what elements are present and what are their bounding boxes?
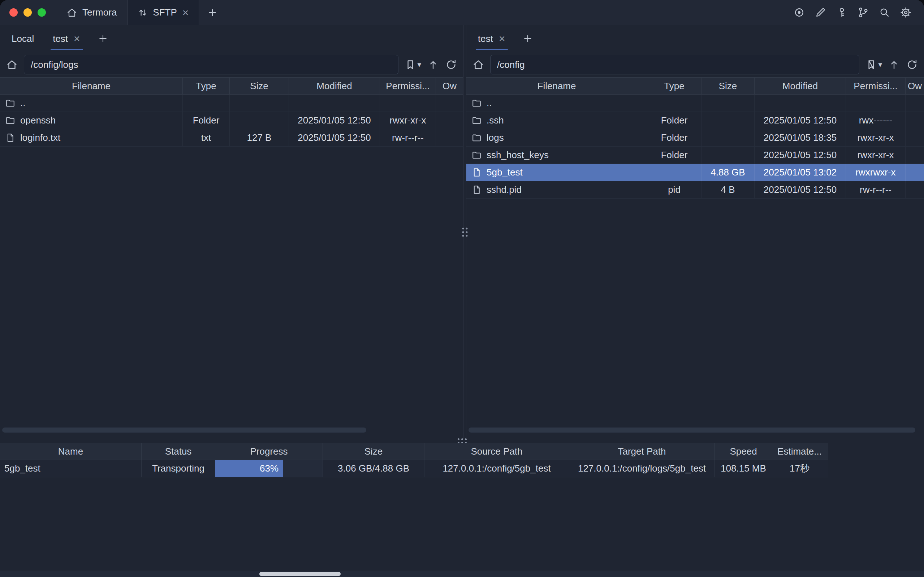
home-icon[interactable]	[6, 58, 18, 71]
left-file-table: Filename Type Size Modified Permissi... …	[0, 77, 463, 439]
file-name: loginfo.txt	[20, 132, 60, 143]
titlebar-actions	[793, 0, 924, 25]
home-icon[interactable]	[472, 58, 484, 71]
pane-tab-test-right-label: test	[478, 33, 493, 44]
pane-tab-test-left[interactable]: test ×	[44, 25, 90, 52]
right-new-session-button[interactable]	[515, 33, 540, 44]
column-header-size[interactable]: Size	[701, 77, 755, 94]
scrollbar-thumb[interactable]	[469, 427, 915, 433]
edit-icon[interactable]	[814, 6, 826, 18]
column-header-filename[interactable]: Filename	[466, 77, 647, 94]
column-header-modified[interactable]: Modified	[755, 77, 846, 94]
left-path-input[interactable]	[24, 55, 398, 74]
refresh-icon[interactable]	[445, 58, 457, 71]
file-row[interactable]: openssh Folder 2025/01/05 12:50 rwxr-xr-…	[0, 112, 463, 129]
right-path-input[interactable]	[490, 55, 859, 74]
zoom-window-button[interactable]	[37, 8, 46, 17]
app-window: Termora SFTP × Local t	[0, 0, 924, 577]
file-row[interactable]: loginfo.txt txt 127 B 2025/01/05 12:50 r…	[0, 129, 463, 147]
sftp-panes: Local test × ▾	[0, 25, 924, 439]
column-header-status[interactable]: Status	[142, 443, 215, 459]
transfer-panel-splitter[interactable]	[0, 439, 924, 443]
file-permissions: rwx------	[846, 112, 906, 129]
column-header-permissions[interactable]: Permissi...	[380, 77, 436, 94]
transfer-progress: 63%	[215, 460, 323, 477]
close-icon[interactable]: ×	[73, 33, 81, 44]
left-bookmark-button[interactable]: ▾	[404, 58, 421, 71]
branch-icon[interactable]	[857, 6, 869, 18]
file-modified: 2025/01/05 18:35	[755, 129, 846, 146]
left-new-session-button[interactable]	[90, 33, 116, 44]
file-row[interactable]: ssh_host_keys Folder 2025/01/05 12:50 rw…	[466, 147, 924, 164]
column-header-name[interactable]: Name	[0, 443, 142, 459]
file-type: Folder	[647, 112, 701, 129]
column-header-owner[interactable]: Ow	[436, 77, 463, 94]
right-pane-tabs: test ×	[466, 25, 924, 52]
file-row[interactable]: ..	[0, 95, 463, 112]
file-icon	[471, 167, 482, 178]
file-owner	[906, 147, 924, 164]
column-header-source-path[interactable]: Source Path	[424, 443, 569, 459]
column-header-type[interactable]: Type	[647, 77, 701, 94]
gear-icon[interactable]	[900, 6, 912, 18]
file-permissions: rwxr-xr-x	[846, 147, 906, 164]
right-file-table: Filename Type Size Modified Permissi... …	[466, 77, 924, 439]
file-row[interactable]: ..	[466, 95, 924, 112]
pane-tab-local[interactable]: Local	[2, 25, 44, 52]
file-name: logs	[487, 132, 504, 143]
column-header-modified[interactable]: Modified	[289, 77, 380, 94]
file-name: openssh	[20, 115, 56, 126]
column-header-target-path[interactable]: Target Path	[569, 443, 715, 459]
column-header-size[interactable]: Size	[323, 443, 424, 459]
search-icon[interactable]	[879, 6, 890, 18]
transfer-speed: 108.15 MB	[715, 460, 772, 477]
scrollbar-thumb[interactable]	[260, 572, 340, 576]
column-header-progress[interactable]: Progress	[215, 443, 323, 459]
file-owner	[436, 95, 463, 111]
column-header-estimate[interactable]: Estimate...	[772, 443, 827, 459]
folder-icon	[471, 150, 482, 160]
up-directory-icon[interactable]	[427, 58, 439, 71]
file-type	[647, 95, 701, 111]
bottom-scrollbar	[0, 571, 924, 577]
column-header-filename[interactable]: Filename	[0, 77, 183, 94]
file-size: 127 B	[230, 129, 289, 146]
left-horizontal-scrollbar	[2, 427, 460, 433]
column-header-speed[interactable]: Speed	[715, 443, 772, 459]
file-row[interactable]: logs Folder 2025/01/05 18:35 rwxr-xr-x	[466, 129, 924, 147]
new-tab-button[interactable]	[199, 0, 226, 25]
refresh-icon[interactable]	[906, 58, 918, 71]
tab-termora[interactable]: Termora	[55, 0, 127, 25]
pane-splitter[interactable]	[463, 25, 466, 439]
file-size	[701, 112, 755, 129]
close-window-button[interactable]	[10, 8, 18, 17]
file-row[interactable]: sshd.pid pid 4 B 2025/01/05 12:50 rw-r--…	[466, 181, 924, 198]
column-header-permissions[interactable]: Permissi...	[846, 77, 906, 94]
left-pane-tabs: Local test ×	[0, 25, 463, 52]
up-directory-icon[interactable]	[888, 58, 900, 71]
file-modified	[755, 95, 846, 111]
file-icon	[471, 184, 482, 195]
file-row[interactable]: .ssh Folder 2025/01/05 12:50 rwx------	[466, 112, 924, 129]
chevron-down-icon[interactable]: ▾	[417, 60, 421, 69]
pane-tab-test-right[interactable]: test ×	[469, 25, 515, 52]
file-size: 4.88 GB	[701, 164, 755, 181]
column-header-type[interactable]: Type	[183, 77, 230, 94]
right-bookmark-button[interactable]: ▾	[865, 58, 882, 71]
transfer-row[interactable]: 5gb_test Transporting 63% 3.06 GB/4.88 G…	[0, 460, 828, 477]
close-icon[interactable]: ×	[498, 33, 506, 44]
chevron-down-icon[interactable]: ▾	[878, 60, 882, 69]
file-name: 5gb_test	[487, 167, 523, 178]
record-icon[interactable]	[793, 6, 805, 18]
folder-icon	[471, 98, 482, 108]
file-size	[701, 147, 755, 164]
minimize-window-button[interactable]	[24, 8, 32, 17]
scrollbar-thumb[interactable]	[2, 427, 366, 433]
key-icon[interactable]	[836, 6, 848, 18]
column-header-owner[interactable]: Ow	[906, 77, 924, 94]
column-header-size[interactable]: Size	[230, 77, 289, 94]
close-icon[interactable]: ×	[182, 7, 190, 18]
traffic-lights	[0, 0, 55, 25]
file-row-selected[interactable]: 5gb_test 4.88 GB 2025/01/05 13:02 rwxrwx…	[466, 164, 924, 181]
tab-sftp[interactable]: SFTP ×	[127, 0, 199, 25]
